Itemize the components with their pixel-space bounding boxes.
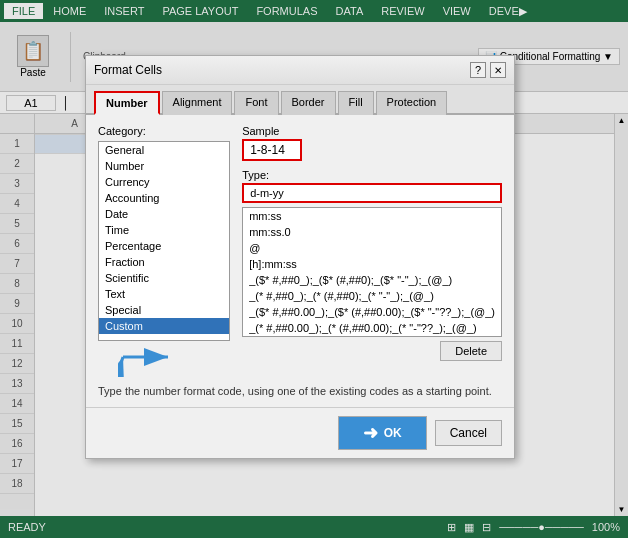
close-button[interactable]: ✕ (490, 62, 506, 78)
tab-fill[interactable]: Fill (338, 91, 374, 115)
format-item-mmss[interactable]: mm:ss (243, 208, 501, 224)
format-item-dollar1[interactable]: _($* #,##0_);_($* (#,##0);_($* "-"_);_(@… (243, 272, 501, 288)
dialog-body: Category: General Number Currency Accoun… (86, 115, 514, 407)
format-section: Sample 1-8-14 Type: mm:ss mm:ss.0 (242, 125, 502, 377)
dialog-titlebar: Format Cells ? ✕ (86, 56, 514, 85)
category-general[interactable]: General (99, 142, 229, 158)
help-button[interactable]: ? (470, 62, 486, 78)
category-time[interactable]: Time (99, 222, 229, 238)
cancel-button[interactable]: Cancel (435, 420, 502, 446)
type-section: Type: (242, 169, 502, 203)
ok-label: OK (384, 426, 402, 440)
format-item-dollar2[interactable]: _(* #,##0_);_(* (#,##0);_(* "-"_);_(@_) (243, 288, 501, 304)
category-fraction[interactable]: Fraction (99, 254, 229, 270)
dialog-controls: ? ✕ (470, 62, 506, 78)
hint-text: Type the number format code, using one o… (98, 385, 502, 397)
ok-arrow-icon: ➜ (363, 422, 378, 444)
type-input[interactable] (244, 185, 500, 201)
type-input-wrap (242, 183, 502, 203)
format-cells-dialog: Format Cells ? ✕ Number Alignment Font B… (85, 55, 515, 459)
sample-section: Sample 1-8-14 (242, 125, 502, 161)
category-custom[interactable]: Custom (99, 318, 229, 334)
category-date[interactable]: Date (99, 206, 229, 222)
dialog-title: Format Cells (94, 63, 162, 77)
category-special[interactable]: Special (99, 302, 229, 318)
delete-button[interactable]: Delete (440, 341, 502, 361)
category-section: Category: General Number Currency Accoun… (98, 125, 230, 377)
dialog-footer: ➜ OK Cancel (86, 407, 514, 458)
category-label: Category: (98, 125, 230, 137)
ok-button[interactable]: ➜ OK (338, 416, 427, 450)
format-list[interactable]: mm:ss mm:ss.0 @ [h]:mm:ss _($* #,##0_);_… (242, 207, 502, 337)
tab-alignment[interactable]: Alignment (162, 91, 233, 115)
two-column-layout: Category: General Number Currency Accoun… (98, 125, 502, 377)
category-number[interactable]: Number (99, 158, 229, 174)
format-item-dollar4[interactable]: _(* #,##0.00_);_(* (#,##0.00);_(* "-"??_… (243, 320, 501, 336)
category-text[interactable]: Text (99, 286, 229, 302)
sample-label: Sample (242, 125, 502, 137)
category-percentage[interactable]: Percentage (99, 238, 229, 254)
sample-value: 1-8-14 (242, 139, 302, 161)
format-item-hmmss[interactable]: [h]:mm:ss (243, 256, 501, 272)
format-item-mmss0[interactable]: mm:ss.0 (243, 224, 501, 240)
category-scientific[interactable]: Scientific (99, 270, 229, 286)
format-item-ddmmyyyy[interactable]: dd-mm-yyyy (243, 336, 501, 337)
delete-btn-row: Delete (242, 341, 502, 361)
tab-font[interactable]: Font (234, 91, 278, 115)
format-item-dollar3[interactable]: _($* #,##0.00_);_($* (#,##0.00);_($* "-"… (243, 304, 501, 320)
category-list[interactable]: General Number Currency Accounting Date … (98, 141, 230, 341)
category-accounting[interactable]: Accounting (99, 190, 229, 206)
type-label: Type: (242, 169, 502, 181)
tab-protection[interactable]: Protection (376, 91, 448, 115)
format-item-at[interactable]: @ (243, 240, 501, 256)
arrow-annotation (118, 347, 230, 377)
dialog-tab-strip: Number Alignment Font Border Fill Protec… (86, 85, 514, 115)
tab-border[interactable]: Border (281, 91, 336, 115)
dialog-overlay: Format Cells ? ✕ Number Alignment Font B… (0, 0, 628, 538)
svg-line-1 (118, 357, 123, 372)
category-currency[interactable]: Currency (99, 174, 229, 190)
tab-number[interactable]: Number (94, 91, 160, 115)
blue-arrow-icon (118, 347, 178, 377)
